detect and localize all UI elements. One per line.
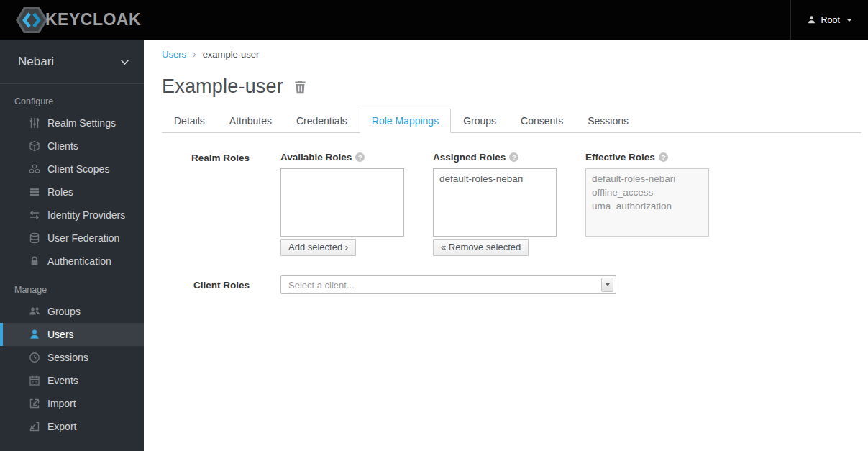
breadcrumb-users-link[interactable]: Users bbox=[162, 49, 186, 60]
tab-groups[interactable]: Groups bbox=[451, 109, 508, 133]
list-icon bbox=[28, 186, 41, 199]
help-icon[interactable] bbox=[355, 152, 365, 162]
available-roles-heading: Available Roles bbox=[280, 152, 404, 163]
sidebar-item-roles[interactable]: Roles bbox=[0, 181, 144, 204]
exchange-icon bbox=[28, 209, 41, 222]
sidebar-item-label: Authentication bbox=[47, 255, 111, 267]
sidebar: Nebari Configure Realm Settings Clients … bbox=[0, 40, 144, 451]
realm-selector[interactable]: Nebari bbox=[0, 40, 144, 84]
role-option: default-roles-nebari bbox=[586, 172, 708, 186]
database-icon bbox=[28, 232, 41, 245]
available-roles-heading-text: Available Roles bbox=[280, 152, 352, 163]
realm-roles-label: Realm Roles bbox=[162, 152, 250, 256]
chevron-down-icon bbox=[846, 19, 852, 22]
keycloak-logo[interactable]: KEYCLOAK bbox=[16, 6, 141, 35]
realm-name: Nebari bbox=[18, 55, 54, 69]
breadcrumb-current: example-user bbox=[203, 49, 260, 60]
role-option: uma_authorization bbox=[586, 199, 708, 213]
tab-sessions[interactable]: Sessions bbox=[575, 109, 641, 133]
sidebar-item-export[interactable]: Export bbox=[0, 415, 144, 438]
sidebar-item-sessions[interactable]: Sessions bbox=[0, 346, 144, 369]
realm-roles-row: Realm Roles Available Roles Add selected… bbox=[162, 152, 861, 256]
users-icon bbox=[28, 306, 41, 318]
title-row: Example-user bbox=[162, 76, 861, 98]
effective-roles-column: Effective Roles default-roles-nebari off… bbox=[585, 152, 709, 256]
sidebar-item-user-federation[interactable]: User Federation bbox=[0, 227, 144, 250]
tab-bar: Details Attributes Credentials Role Mapp… bbox=[162, 109, 861, 133]
assigned-roles-heading-text: Assigned Roles bbox=[433, 152, 506, 163]
client-select[interactable]: Select a client... bbox=[280, 275, 616, 294]
tab-attributes[interactable]: Attributes bbox=[217, 109, 284, 133]
client-roles-row: Client Roles Select a client... bbox=[162, 275, 861, 294]
import-icon bbox=[28, 398, 41, 410]
available-roles-column: Available Roles Add selected › bbox=[280, 152, 404, 256]
user-icon bbox=[807, 15, 816, 24]
role-option: offline_access bbox=[586, 186, 708, 199]
main-content: Users example-user Example-user Details … bbox=[144, 40, 868, 294]
sidebar-item-groups[interactable]: Groups bbox=[0, 300, 144, 323]
tab-credentials[interactable]: Credentials bbox=[284, 109, 360, 133]
sidebar-item-import[interactable]: Import bbox=[0, 392, 144, 415]
sliders-icon bbox=[28, 117, 41, 129]
cubes-icon bbox=[28, 163, 41, 176]
sidebar-item-identity-providers[interactable]: Identity Providers bbox=[0, 204, 144, 227]
available-roles-listbox[interactable] bbox=[280, 168, 404, 237]
role-mappings-form: Realm Roles Available Roles Add selected… bbox=[162, 152, 861, 294]
chevron-down-icon bbox=[606, 283, 610, 286]
keycloak-hexagon-icon bbox=[16, 6, 47, 35]
tab-role-mappings[interactable]: Role Mappings bbox=[360, 109, 451, 133]
delete-user-button[interactable] bbox=[294, 80, 306, 94]
add-selected-button[interactable]: Add selected › bbox=[280, 239, 356, 256]
sidebar-item-events[interactable]: Events bbox=[0, 369, 144, 392]
calendar-icon bbox=[28, 375, 41, 387]
sidebar-item-client-scopes[interactable]: Client Scopes bbox=[0, 158, 144, 181]
client-roles-label: Client Roles bbox=[162, 280, 250, 291]
sidebar-item-label: Roles bbox=[47, 186, 73, 198]
chevron-right-icon bbox=[193, 48, 196, 60]
tab-details[interactable]: Details bbox=[162, 109, 217, 133]
chevron-down-icon bbox=[120, 55, 129, 69]
sidebar-item-realm-settings[interactable]: Realm Settings bbox=[0, 111, 144, 135]
sidebar-item-authentication[interactable]: Authentication bbox=[0, 250, 144, 273]
client-select-placeholder: Select a client... bbox=[281, 280, 601, 291]
role-option[interactable]: default-roles-nebari bbox=[434, 172, 556, 186]
tab-consents[interactable]: Consents bbox=[508, 109, 575, 133]
sidebar-item-label: Client Scopes bbox=[47, 163, 109, 175]
effective-roles-listbox: default-roles-nebari offline_access uma_… bbox=[585, 168, 709, 237]
sidebar-section-configure: Configure bbox=[0, 84, 144, 111]
assigned-roles-column: Assigned Roles default-roles-nebari « Re… bbox=[433, 152, 557, 256]
sidebar-item-clients[interactable]: Clients bbox=[0, 135, 144, 158]
sidebar-section-manage: Manage bbox=[0, 273, 144, 300]
sidebar-item-label: Events bbox=[47, 375, 78, 386]
top-header: KEYCLOAK Root bbox=[0, 0, 868, 40]
user-menu[interactable]: Root bbox=[790, 0, 868, 40]
logo-text: KEYCLOAK bbox=[45, 10, 141, 29]
help-icon[interactable] bbox=[509, 152, 518, 162]
sidebar-item-label: Sessions bbox=[47, 352, 88, 363]
effective-roles-heading-text: Effective Roles bbox=[585, 152, 655, 163]
assigned-roles-listbox[interactable]: default-roles-nebari bbox=[433, 168, 557, 237]
breadcrumb: Users example-user bbox=[162, 48, 861, 60]
user-icon bbox=[28, 329, 41, 341]
sidebar-item-label: Export bbox=[47, 421, 76, 432]
select-arrow-button[interactable] bbox=[601, 278, 613, 292]
sidebar-item-label: Users bbox=[47, 329, 74, 340]
help-icon[interactable] bbox=[659, 152, 668, 162]
sidebar-item-label: Clients bbox=[47, 140, 78, 152]
export-icon bbox=[28, 421, 41, 433]
page-title: Example-user bbox=[162, 76, 283, 98]
assigned-roles-heading: Assigned Roles bbox=[433, 152, 557, 163]
cube-icon bbox=[28, 140, 41, 152]
sidebar-item-label: Groups bbox=[47, 306, 81, 317]
sidebar-item-label: Realm Settings bbox=[47, 117, 116, 129]
sidebar-item-users[interactable]: Users bbox=[0, 323, 144, 346]
effective-roles-heading: Effective Roles bbox=[585, 152, 709, 163]
sidebar-item-label: User Federation bbox=[47, 232, 119, 244]
sidebar-item-label: Identity Providers bbox=[47, 209, 125, 221]
user-name: Root bbox=[821, 15, 840, 25]
lock-icon bbox=[28, 255, 41, 268]
sidebar-item-label: Import bbox=[47, 398, 76, 409]
remove-selected-button[interactable]: « Remove selected bbox=[433, 239, 529, 256]
clock-icon bbox=[28, 352, 41, 364]
